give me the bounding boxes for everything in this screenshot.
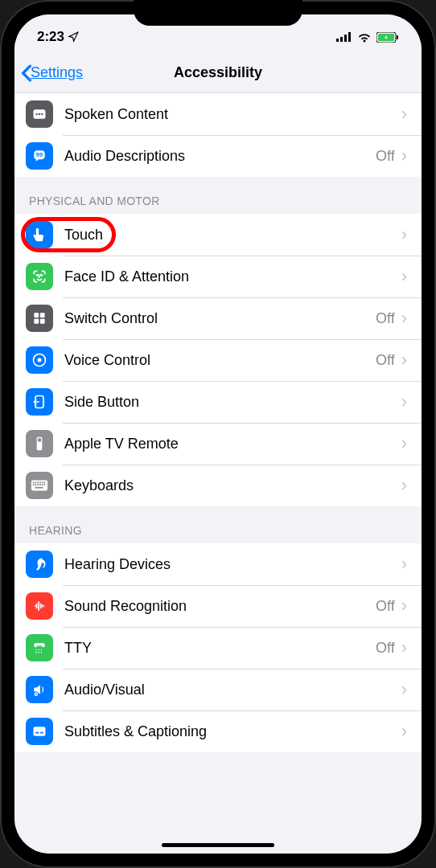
- row-group-hearing: Hearing Devices › Sound Recognition Off …: [14, 543, 422, 752]
- row-label: TTY: [64, 640, 376, 657]
- svg-point-39: [41, 649, 43, 651]
- svg-point-9: [39, 113, 41, 116]
- svg-rect-22: [38, 438, 41, 441]
- svg-rect-15: [40, 313, 45, 317]
- row-label: Hearing Devices: [64, 556, 395, 573]
- battery-icon: [376, 32, 399, 43]
- svg-point-37: [35, 649, 37, 651]
- svg-rect-2: [344, 35, 347, 42]
- row-spoken-content[interactable]: Spoken Content ›: [14, 93, 422, 135]
- chevron-right-icon: ›: [401, 309, 407, 327]
- svg-point-13: [41, 275, 43, 276]
- row-tty[interactable]: TTY Off ›: [14, 627, 422, 669]
- row-face-id[interactable]: Face ID & Attention ›: [14, 256, 422, 297]
- row-group-physical: Touch › Face ID & Attention › Sw: [14, 214, 422, 506]
- back-label: Settings: [31, 64, 83, 81]
- row-keyboards[interactable]: Keyboards ›: [14, 465, 422, 506]
- status-time: 2:23: [37, 29, 64, 45]
- voice-control-icon: [26, 346, 53, 374]
- row-label: Apple TV Remote: [64, 436, 395, 452]
- location-icon: [68, 31, 79, 43]
- svg-rect-0: [336, 39, 339, 42]
- svg-rect-24: [33, 481, 35, 483]
- row-label: Face ID & Attention: [64, 268, 395, 285]
- row-sound-recognition[interactable]: Sound Recognition Off ›: [14, 585, 422, 627]
- svg-rect-34: [42, 484, 43, 485]
- row-hearing-devices[interactable]: Hearing Devices ›: [14, 543, 422, 585]
- svg-rect-32: [37, 484, 39, 485]
- row-label: Audio Descriptions: [64, 148, 376, 165]
- chevron-right-icon: ›: [401, 268, 407, 285]
- row-label: Subtitles & Captioning: [64, 723, 395, 740]
- row-label: Switch Control: [64, 310, 376, 327]
- notch: [134, 0, 302, 26]
- svg-rect-36: [35, 487, 43, 489]
- svg-rect-29: [44, 481, 46, 483]
- row-touch[interactable]: Touch ›: [14, 214, 422, 256]
- sound-recognition-icon: [26, 592, 53, 620]
- section-header-hearing: Hearing: [14, 506, 422, 543]
- section-header-physical: Physical and Motor: [14, 177, 422, 214]
- audio-descriptions-icon: 99: [26, 142, 53, 170]
- row-audio-descriptions[interactable]: 99 Audio Descriptions Off ›: [14, 135, 422, 177]
- screen: 2:23 Settings Accessibility: [14, 14, 422, 854]
- svg-point-12: [37, 275, 39, 276]
- row-label: Audio/Visual: [64, 682, 395, 698]
- svg-text:99: 99: [36, 151, 43, 158]
- row-audio-visual[interactable]: Audio/Visual ›: [14, 669, 422, 710]
- svg-point-41: [38, 652, 39, 653]
- apple-tv-remote-icon: [26, 430, 53, 457]
- row-label: Spoken Content: [64, 106, 395, 123]
- svg-rect-6: [397, 35, 398, 39]
- svg-rect-27: [39, 481, 41, 483]
- subtitles-icon: [26, 718, 53, 745]
- svg-point-10: [41, 113, 43, 116]
- row-apple-tv-remote[interactable]: Apple TV Remote ›: [14, 423, 422, 465]
- touch-icon: [26, 221, 53, 248]
- row-value: Off: [376, 640, 395, 657]
- chevron-right-icon: ›: [401, 435, 407, 452]
- hearing-devices-icon: [26, 551, 53, 578]
- chevron-right-icon: ›: [401, 226, 407, 244]
- row-switch-control[interactable]: Switch Control Off ›: [14, 297, 422, 339]
- svg-rect-35: [44, 484, 46, 485]
- tty-icon: [26, 634, 53, 661]
- svg-rect-46: [35, 732, 39, 734]
- back-button[interactable]: Settings: [21, 64, 83, 82]
- row-label: Voice Control: [64, 352, 376, 369]
- chevron-right-icon: ›: [401, 393, 407, 411]
- spoken-content-icon: [26, 100, 53, 128]
- svg-point-19: [38, 358, 42, 362]
- svg-point-8: [35, 113, 38, 116]
- svg-point-38: [38, 649, 39, 651]
- svg-point-40: [35, 652, 37, 653]
- row-voice-control[interactable]: Voice Control Off ›: [14, 339, 422, 381]
- svg-rect-3: [348, 32, 351, 42]
- svg-rect-28: [42, 481, 43, 483]
- chevron-right-icon: ›: [401, 639, 407, 657]
- row-value: Off: [376, 598, 395, 615]
- svg-rect-33: [39, 484, 41, 485]
- chevron-right-icon: ›: [401, 147, 407, 165]
- chevron-right-icon: ›: [401, 597, 407, 615]
- face-id-icon: [26, 263, 53, 290]
- svg-rect-31: [35, 484, 37, 485]
- home-indicator[interactable]: [162, 843, 274, 847]
- content-scroll[interactable]: Spoken Content › 99 Audio Descriptions O…: [14, 93, 422, 854]
- audio-visual-icon: [26, 676, 53, 703]
- svg-point-44: [35, 694, 36, 694]
- svg-rect-45: [34, 727, 46, 736]
- chevron-right-icon: ›: [401, 105, 407, 123]
- svg-rect-47: [40, 732, 43, 734]
- row-label: Keyboards: [64, 477, 395, 494]
- row-subtitles[interactable]: Subtitles & Captioning ›: [14, 710, 422, 752]
- svg-rect-26: [37, 481, 39, 483]
- row-label: Sound Recognition: [64, 598, 376, 615]
- row-label: Touch: [64, 227, 395, 244]
- row-side-button[interactable]: Side Button ›: [14, 381, 422, 423]
- chevron-right-icon: ›: [401, 555, 407, 573]
- svg-rect-1: [340, 37, 343, 42]
- row-value: Off: [376, 148, 395, 165]
- row-value: Off: [376, 310, 395, 327]
- keyboards-icon: [26, 472, 53, 499]
